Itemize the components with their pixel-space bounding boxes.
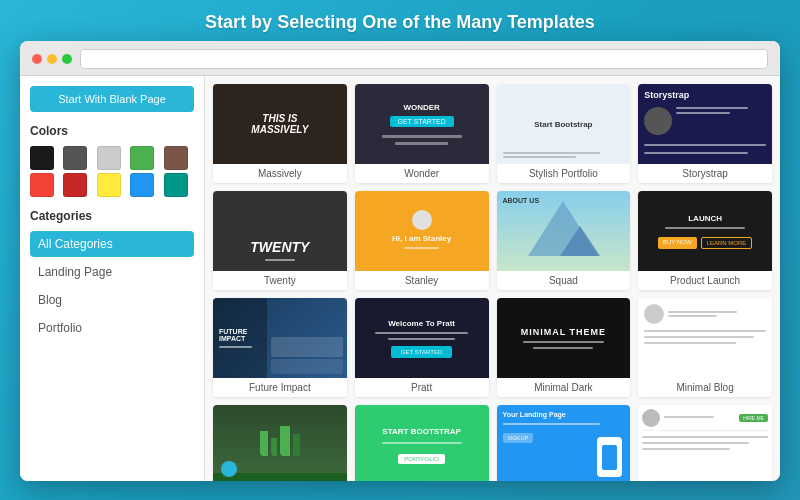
template-bottom2[interactable]: START BOOTSTRAP PORTFOLIO <box>355 405 489 481</box>
template-storystrap[interactable]: Storystrap Storystrap <box>638 84 772 183</box>
color-swatch-teal[interactable] <box>164 173 188 197</box>
template-stylish[interactable]: Start Bootstrap Stylish Portfolio <box>497 84 631 183</box>
template-name-squad: Squad <box>497 271 631 290</box>
page-title: Start by Selecting One of the Many Templ… <box>205 0 595 41</box>
template-name-productlaunch: Product Launch <box>638 271 772 290</box>
color-swatches <box>30 146 194 197</box>
template-preview-productlaunch: LAUNCH BUY NOW LEARN MORE <box>638 191 772 271</box>
template-preview-squad: ABOUT US <box>497 191 631 271</box>
template-name-storystrap: Storystrap <box>638 164 772 183</box>
color-swatch-black[interactable] <box>30 146 54 170</box>
main-content: THIS ISMASSIVELY Massively WONDER GET ST… <box>205 76 780 481</box>
template-preview-twenty: TWENTY <box>213 191 347 271</box>
browser-chrome <box>20 41 780 76</box>
template-preview-futureimpact: FUTUREIMPACT <box>213 298 347 378</box>
template-minimaldark[interactable]: MINIMAL THEME Minimal Dark <box>497 298 631 397</box>
template-preview-storystrap: Storystrap <box>638 84 772 164</box>
template-name-stylish: Stylish Portfolio <box>497 164 631 183</box>
browser-body: Start With Blank Page Colors Categories … <box>20 76 780 481</box>
template-preview-stylish: Start Bootstrap <box>497 84 631 164</box>
template-wonder[interactable]: WONDER GET STARTED Wonder <box>355 84 489 183</box>
template-name-massively: Massively <box>213 164 347 183</box>
template-bottom3[interactable]: Your Landing Page SIGN UP <box>497 405 631 481</box>
template-preview-minimalblog <box>638 298 772 378</box>
color-swatch-blue[interactable] <box>130 173 154 197</box>
template-preview-wonder: WONDER GET STARTED <box>355 84 489 164</box>
color-swatch-brown[interactable] <box>164 146 188 170</box>
template-name-pratt: Pratt <box>355 378 489 397</box>
color-swatch-lightgray[interactable] <box>97 146 121 170</box>
template-name-twenty: Twenty <box>213 271 347 290</box>
category-portfolio[interactable]: Portfolio <box>30 315 194 341</box>
traffic-lights <box>32 54 72 64</box>
template-name-minimaldark: Minimal Dark <box>497 378 631 397</box>
template-squad[interactable]: ABOUT US Squad <box>497 191 631 290</box>
template-name-futureimpact: Future Impact <box>213 378 347 397</box>
template-productlaunch[interactable]: LAUNCH BUY NOW LEARN MORE Product Launch <box>638 191 772 290</box>
template-preview-bottom3: Your Landing Page SIGN UP <box>497 405 631 481</box>
template-name-minimalblog: Minimal Blog <box>638 378 772 397</box>
color-swatch-green[interactable] <box>130 146 154 170</box>
template-preview-stanley: Hi, I am Stanley <box>355 191 489 271</box>
template-pratt[interactable]: Welcome To Pratt GET STARTED Pratt <box>355 298 489 397</box>
categories-label: Categories <box>30 209 194 223</box>
color-swatch-darkgray[interactable] <box>63 146 87 170</box>
blank-page-button[interactable]: Start With Blank Page <box>30 86 194 112</box>
template-bottom4[interactable]: HIRE ME <box>638 405 772 481</box>
template-futureimpact[interactable]: FUTUREIMPACT Future Impact <box>213 298 347 397</box>
sidebar: Start With Blank Page Colors Categories … <box>20 76 205 481</box>
colors-label: Colors <box>30 124 194 138</box>
template-twenty[interactable]: TWENTY Twenty <box>213 191 347 290</box>
templates-grid: THIS ISMASSIVELY Massively WONDER GET ST… <box>213 84 772 481</box>
category-blog[interactable]: Blog <box>30 287 194 313</box>
template-bottom1[interactable] <box>213 405 347 481</box>
template-massively[interactable]: THIS ISMASSIVELY Massively <box>213 84 347 183</box>
template-name-wonder: Wonder <box>355 164 489 183</box>
template-preview-pratt: Welcome To Pratt GET STARTED <box>355 298 489 378</box>
color-swatch-yellow[interactable] <box>97 173 121 197</box>
maximize-button[interactable] <box>62 54 72 64</box>
minimize-button[interactable] <box>47 54 57 64</box>
template-minimalblog[interactable]: Minimal Blog <box>638 298 772 397</box>
close-button[interactable] <box>32 54 42 64</box>
color-swatch-red2[interactable] <box>63 173 87 197</box>
browser-window: Start With Blank Page Colors Categories … <box>20 41 780 481</box>
category-all[interactable]: All Categories <box>30 231 194 257</box>
template-preview-massively: THIS ISMASSIVELY <box>213 84 347 164</box>
template-preview-bottom4: HIRE ME <box>638 405 772 481</box>
category-landing[interactable]: Landing Page <box>30 259 194 285</box>
template-preview-minimaldark: MINIMAL THEME <box>497 298 631 378</box>
template-preview-bottom1 <box>213 405 347 481</box>
categories-section: Categories All Categories Landing Page B… <box>30 209 194 341</box>
template-preview-bottom2: START BOOTSTRAP PORTFOLIO <box>355 405 489 481</box>
template-name-stanley: Stanley <box>355 271 489 290</box>
color-swatch-red1[interactable] <box>30 173 54 197</box>
address-bar[interactable] <box>80 49 768 69</box>
template-stanley[interactable]: Hi, I am Stanley Stanley <box>355 191 489 290</box>
